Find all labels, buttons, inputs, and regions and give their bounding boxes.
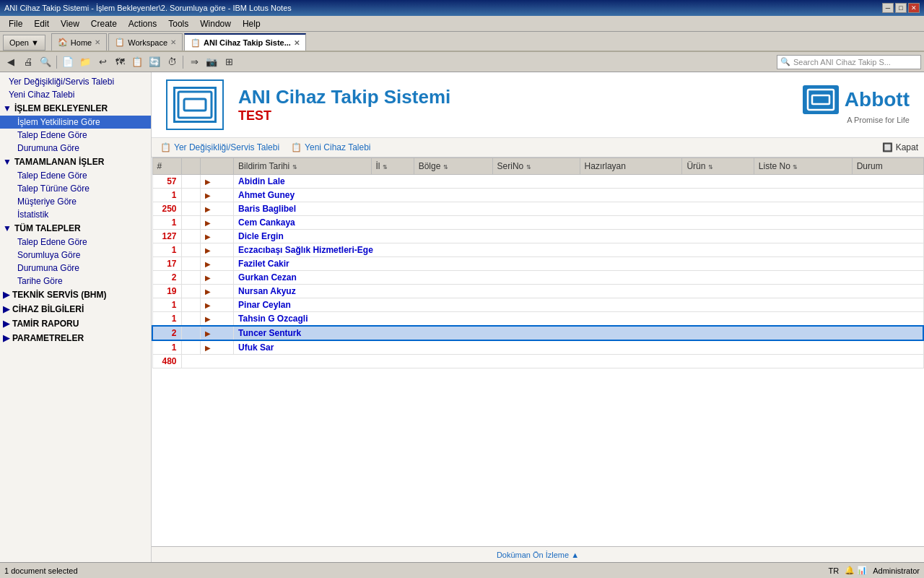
sidebar-item-tarihe[interactable]: Tarihe Göre bbox=[0, 275, 151, 288]
folder-button[interactable]: 📁 bbox=[77, 54, 93, 70]
table-row[interactable]: 1 ▶ Pinar Ceylan bbox=[152, 298, 923, 312]
tab-home-close[interactable]: ✕ bbox=[95, 38, 100, 46]
col-bolge[interactable]: Bölge ⇅ bbox=[414, 158, 492, 175]
tab-ani-close[interactable]: ✕ bbox=[294, 39, 300, 47]
sync-button[interactable]: 🔄 bbox=[147, 54, 162, 70]
sidebar-item-yer-degisikligi[interactable]: Yer Değişikliği/Servis Talebi bbox=[0, 75, 151, 88]
menu-window[interactable]: Window bbox=[194, 17, 237, 30]
cell-expand[interactable]: ▶ bbox=[200, 175, 233, 189]
cell-expand[interactable]: ▶ bbox=[200, 312, 233, 327]
sidebar-item-durumuna-2[interactable]: Durumuna Göre bbox=[0, 262, 151, 275]
cell-expand[interactable]: ▶ bbox=[200, 243, 233, 257]
table-row[interactable]: 19 ▶ Nursan Akyuz bbox=[152, 285, 923, 298]
cell-name[interactable]: Nursan Akyuz bbox=[234, 285, 923, 298]
nav-button[interactable]: 🗺 bbox=[112, 54, 128, 70]
sidebar-item-sorumluya[interactable]: Sorumluya Göre bbox=[0, 249, 151, 262]
search-placeholder[interactable]: Search ANI Cihaz Takip S... bbox=[793, 58, 891, 66]
menu-tools[interactable]: Tools bbox=[162, 17, 194, 30]
col-num[interactable]: # bbox=[152, 158, 181, 175]
arrow-button[interactable]: ⇒ bbox=[186, 54, 202, 70]
sidebar-item-musteriye[interactable]: Müşteriye Göre bbox=[0, 195, 151, 208]
cell-name[interactable]: Cem Cankaya bbox=[234, 216, 923, 230]
col-durum[interactable]: Durum bbox=[852, 158, 923, 175]
sidebar-item-istatistik[interactable]: İstatistik bbox=[0, 208, 151, 221]
table-row[interactable]: 2 ▶ Tuncer Senturk bbox=[152, 326, 923, 340]
table-row[interactable]: 57 ▶ Abidin Lale bbox=[152, 175, 923, 189]
sidebar-item-talep-edene[interactable]: Talep Edene Göre bbox=[0, 129, 151, 142]
close-view-button[interactable]: 🔲 Kapat bbox=[882, 142, 918, 152]
table-row[interactable]: 17 ▶ Fazilet Cakir bbox=[152, 257, 923, 271]
new-device-button[interactable]: 📋 Yeni Cihaz Talebi bbox=[288, 141, 373, 154]
cell-expand[interactable]: ▶ bbox=[200, 271, 233, 285]
menu-view[interactable]: View bbox=[55, 17, 85, 30]
col-il[interactable]: İl ⇅ bbox=[371, 158, 414, 175]
tab-ani[interactable]: 📋 ANI Cihaz Takip Siste... ✕ bbox=[184, 33, 306, 51]
cell-expand[interactable]: ▶ bbox=[200, 340, 233, 355]
sidebar-item-durumuna[interactable]: Durumuna Göre bbox=[0, 142, 151, 155]
col-serino[interactable]: SeriNo ⇅ bbox=[492, 158, 580, 175]
cell-expand[interactable]: ▶ bbox=[200, 285, 233, 298]
cell-expand[interactable]: ▶ bbox=[200, 202, 233, 216]
menu-file[interactable]: File bbox=[3, 17, 28, 30]
tab-workspace[interactable]: 📋 Workspace ✕ bbox=[108, 33, 183, 51]
print-button[interactable]: 🖨 bbox=[20, 54, 36, 70]
table-row[interactable]: 2 ▶ Gurkan Cezan bbox=[152, 271, 923, 285]
refresh-button[interactable]: ↩ bbox=[95, 54, 110, 70]
cell-name[interactable]: Gurkan Cezan bbox=[234, 271, 923, 285]
maximize-button[interactable]: □ bbox=[895, 3, 907, 13]
table-row[interactable]: 1 ▶ Tahsin G Ozcagli bbox=[152, 312, 923, 327]
cell-name[interactable]: Tahsin G Ozcagli bbox=[234, 312, 923, 327]
table-container[interactable]: # Bildirim Tarihi ⇅ İl ⇅ Bölge ⇅ SeriNo … bbox=[152, 158, 924, 546]
open-button[interactable]: Open ▼ bbox=[3, 35, 45, 51]
bottom-bar[interactable]: Doküman Ön İzleme ▲ bbox=[152, 546, 924, 562]
clock-button[interactable]: ⏱ bbox=[164, 54, 180, 70]
cell-name[interactable]: Abidin Lale bbox=[234, 175, 923, 189]
table-row[interactable]: 1 ▶ Cem Cankaya bbox=[152, 216, 923, 230]
menu-help[interactable]: Help bbox=[237, 17, 266, 30]
sidebar-group-tum-talepler[interactable]: ▼ TÜM TALEPLER bbox=[0, 221, 151, 236]
cell-name[interactable]: Ahmet Guney bbox=[234, 189, 923, 202]
cell-name[interactable]: Fazilet Cakir bbox=[234, 257, 923, 271]
cell-name[interactable]: Ufuk Sar bbox=[234, 340, 923, 355]
menu-actions[interactable]: Actions bbox=[123, 17, 162, 30]
table-row[interactable]: 1 ▶ Eczacıbaşı Sağlık Hizmetleri-Ege bbox=[152, 243, 923, 257]
search-button[interactable]: 🔍 bbox=[38, 54, 53, 70]
tab-workspace-close[interactable]: ✕ bbox=[170, 38, 176, 46]
table-row[interactable]: 127 ▶ Dicle Ergin bbox=[152, 230, 923, 243]
back-button[interactable]: ◀ bbox=[3, 54, 19, 70]
sidebar-item-islem-yetkilisine[interactable]: İşlem Yetkilisine Göre bbox=[0, 116, 151, 129]
tab-home[interactable]: 🏠 Home ✕ bbox=[51, 33, 107, 51]
sidebar-group-tamamlanan[interactable]: ▼ TAMAMLANAN İŞLER bbox=[0, 155, 151, 169]
sidebar-group-teknik[interactable]: ▶ TEKNİK SERVİS (BHM) bbox=[0, 288, 151, 302]
table-row[interactable]: 250 ▶ Baris Baglibel bbox=[152, 202, 923, 216]
cell-expand[interactable]: ▶ bbox=[200, 298, 233, 312]
minimize-button[interactable]: ─ bbox=[882, 3, 894, 13]
cell-expand[interactable]: ▶ bbox=[200, 257, 233, 271]
sidebar-item-talep-edene-3[interactable]: Talep Edene Göre bbox=[0, 236, 151, 249]
menu-edit[interactable]: Edit bbox=[28, 17, 55, 30]
service-request-button[interactable]: 📋 Yer Değişikliği/Servis Talebi bbox=[157, 141, 282, 154]
cell-expand[interactable]: ▶ bbox=[200, 189, 233, 202]
col-bildirim[interactable]: Bildirim Tarihi ⇅ bbox=[234, 158, 371, 175]
copy-button[interactable]: 📋 bbox=[129, 54, 145, 70]
close-button[interactable]: ✕ bbox=[908, 3, 920, 13]
sidebar-item-talep-turune[interactable]: Talep Türüne Göre bbox=[0, 182, 151, 195]
cell-expand[interactable]: ▶ bbox=[200, 230, 233, 243]
table-row[interactable]: 1 ▶ Ahmet Guney bbox=[152, 189, 923, 202]
table-row[interactable]: 1 ▶ Ufuk Sar bbox=[152, 340, 923, 355]
cell-name[interactable]: Baris Baglibel bbox=[234, 202, 923, 216]
menu-create[interactable]: Create bbox=[85, 17, 123, 30]
sidebar-group-tamir[interactable]: ▶ TAMİR RAPORU bbox=[0, 316, 151, 331]
sidebar-item-yeni-cihaz[interactable]: Yeni Cihaz Talebi bbox=[0, 88, 151, 101]
new-doc-button[interactable]: 📄 bbox=[60, 54, 76, 70]
cell-expand[interactable]: ▶ bbox=[200, 216, 233, 230]
cell-expand[interactable]: ▶ bbox=[200, 326, 233, 340]
sidebar-group-islem-bekleyenler[interactable]: ▼ İŞLEM BEKLEYENLER bbox=[0, 101, 151, 116]
col-listeno[interactable]: Liste No ⇅ bbox=[754, 158, 852, 175]
sidebar-group-cihaz[interactable]: ▶ CİHAZ BİLGİLERİ bbox=[0, 302, 151, 316]
col-urun[interactable]: Ürün ⇅ bbox=[682, 158, 754, 175]
cell-name[interactable]: Tuncer Senturk bbox=[234, 326, 923, 340]
cell-name[interactable]: Dicle Ergin bbox=[234, 230, 923, 243]
cell-name[interactable]: Pinar Ceylan bbox=[234, 298, 923, 312]
camera-button[interactable]: 📷 bbox=[204, 54, 219, 70]
